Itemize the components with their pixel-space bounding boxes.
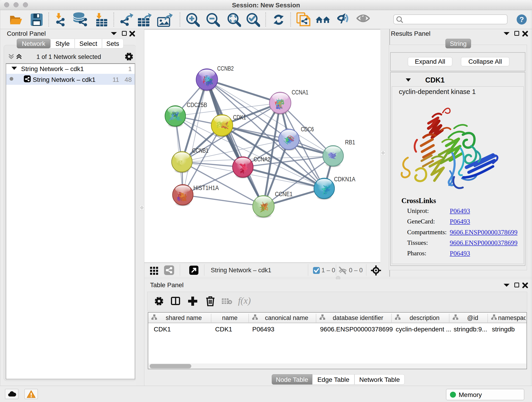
svg-text:CCNA2: CCNA2 bbox=[254, 156, 270, 163]
svg-text:RB1: RB1 bbox=[345, 139, 355, 146]
svg-text:?: ? bbox=[519, 15, 524, 24]
svg-text:CCNB2: CCNB2 bbox=[217, 65, 234, 72]
svg-text:CDC25B: CDC25B bbox=[187, 102, 207, 108]
svg-text:CDK1: CDK1 bbox=[233, 114, 246, 121]
svg-text:CDKN1A: CDKN1A bbox=[334, 176, 355, 183]
svg-text:CCNA1: CCNA1 bbox=[292, 89, 308, 96]
svg-text:CCNE1: CCNE1 bbox=[275, 191, 293, 198]
svg-text:HIST1H1A: HIST1H1A bbox=[193, 185, 219, 191]
svg-text:CDC6: CDC6 bbox=[301, 126, 314, 133]
svg-text:CCNB1: CCNB1 bbox=[192, 147, 209, 154]
